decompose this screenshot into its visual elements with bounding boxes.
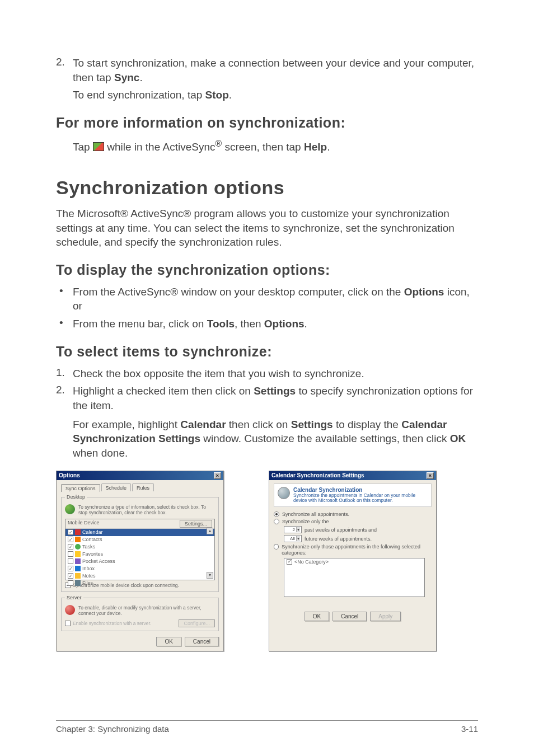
- item-checkbox[interactable]: [68, 551, 73, 557]
- list-item[interactable]: ✓Notes: [65, 572, 214, 580]
- tab-rules[interactable]: Rules: [132, 483, 154, 491]
- stop-bold: Stop: [205, 89, 229, 101]
- ico-files-icon: [75, 580, 81, 586]
- item-checkbox[interactable]: [68, 580, 73, 586]
- close-icon[interactable]: ×: [214, 472, 221, 479]
- categories-listbox[interactable]: ✓ <No Category>: [284, 558, 425, 597]
- step2b-body: Highlight a checked item then click on S…: [73, 384, 478, 412]
- b2c: , then: [235, 318, 264, 330]
- options-tabs: Sync Options Schedule Rules: [61, 483, 219, 491]
- ssb: Calendar: [180, 419, 226, 430]
- item-label: Contacts: [82, 537, 102, 542]
- step2b-num: 2.: [56, 384, 73, 412]
- ico-fav-icon: [75, 551, 81, 557]
- step2-sub-a: To end synchronization, tap: [73, 89, 205, 101]
- step2-subtext: For example, highlight Calendar then cli…: [73, 417, 478, 461]
- b2a: From the menu bar, click on: [73, 318, 207, 330]
- list-item[interactable]: ✓Tasks: [65, 543, 214, 551]
- configure-button[interactable]: Configure...: [179, 619, 215, 627]
- list-item[interactable]: ✓Calendar: [65, 529, 214, 536]
- server-frame: Server To enable, disable or modify sync…: [61, 598, 219, 631]
- radio-categories[interactable]: [274, 544, 279, 550]
- mi-a: Tap: [73, 141, 93, 153]
- cancel-button[interactable]: Cancel: [332, 612, 367, 621]
- ssh: OK: [450, 433, 466, 444]
- list-item[interactable]: ✓Contacts: [65, 536, 214, 543]
- list-item[interactable]: Files: [65, 580, 214, 587]
- item-label: Files: [82, 580, 93, 586]
- item-checkbox[interactable]: ✓: [68, 544, 73, 550]
- calendar-titlebar: Calendar Synchronization Settings ×: [269, 471, 436, 480]
- bullet: •: [56, 285, 73, 313]
- b2e: .: [305, 318, 307, 330]
- calendar-settings-dialog: Calendar Synchronization Settings × Cale…: [269, 471, 437, 652]
- b1b: Options: [404, 286, 444, 298]
- ico-notes-icon: [75, 573, 81, 579]
- banner-subtitle: Synchronize the appointments in Calendar…: [293, 493, 428, 504]
- dialogs-row: Options × Sync Options Schedule Rules De…: [56, 471, 478, 652]
- list-item[interactable]: Pocket Access: [65, 558, 214, 565]
- ico-acc-icon: [75, 558, 81, 564]
- item-checkbox[interactable]: [68, 558, 73, 564]
- future-weeks-select[interactable]: All: [284, 535, 302, 542]
- item-checkbox[interactable]: ✓: [68, 529, 73, 535]
- scroll-down-icon[interactable]: ▾: [207, 572, 213, 579]
- ssd: Settings: [291, 419, 333, 430]
- past-weeks-label: past weeks of appointments and: [305, 527, 377, 533]
- desktop-frame-title: Desktop: [65, 494, 87, 500]
- step1-body: Check the box opposite the item that you…: [73, 367, 364, 381]
- ok-button[interactable]: OK: [156, 637, 181, 646]
- apply-button[interactable]: Apply: [370, 612, 401, 621]
- heading-sync-options: Synchronization options: [56, 177, 478, 199]
- item-checkbox[interactable]: ✓: [68, 573, 73, 579]
- radio-all[interactable]: [274, 511, 279, 517]
- ssg: window. Customize the available settings…: [200, 433, 450, 444]
- banner-title: Calendar Synchronization: [293, 487, 428, 493]
- desktop-info-text: To synchronize a type of information, se…: [78, 504, 215, 515]
- server-frame-title: Server: [65, 595, 83, 600]
- bullet2-body: From the menu bar, click on Tools, then …: [73, 317, 307, 331]
- sse: to display the: [333, 419, 402, 430]
- item-checkbox[interactable]: ✓: [68, 537, 73, 542]
- list-item[interactable]: Favorites: [65, 551, 214, 558]
- item-label: Pocket Access: [82, 558, 115, 564]
- options-titlebar: Options ×: [57, 471, 223, 480]
- mi-b: while in the ActiveSync: [104, 141, 216, 153]
- scroll-up-icon[interactable]: ▴: [207, 528, 213, 534]
- start-icon: [93, 142, 104, 151]
- s2a: Highlight a checked item then click on: [73, 385, 254, 397]
- server-enable-checkbox[interactable]: [65, 621, 71, 626]
- intro-paragraph: The Microsoft® ActiveSync® program allow…: [56, 206, 478, 250]
- category-item-label: <No Category>: [294, 559, 329, 565]
- sync-items-listbox[interactable]: Mobile Device Settings... ✓Calendar✓Cont…: [65, 519, 215, 580]
- settings-button[interactable]: Settings...: [180, 520, 212, 528]
- server-info-text: To enable, disable or modify synchroniza…: [78, 605, 215, 616]
- calendar-banner: Calendar Synchronization Synchronize the…: [274, 483, 432, 508]
- calendar-title: Calendar Synchronization Settings: [271, 472, 364, 478]
- bullet1-body: From the ActiveSync® window on your desk…: [73, 285, 478, 313]
- b2b: Tools: [207, 318, 235, 330]
- item-label: Tasks: [82, 544, 95, 550]
- heading-display-options: To display the synchronization options:: [56, 262, 478, 278]
- tab-schedule[interactable]: Schedule: [101, 483, 132, 491]
- tab-sync-options[interactable]: Sync Options: [61, 484, 100, 492]
- radio-only[interactable]: [274, 519, 279, 524]
- reg-mark: ®: [215, 139, 222, 148]
- radio-all-label: Synchronize all appointments.: [282, 511, 349, 517]
- list-item[interactable]: ✓Inbox: [65, 565, 214, 572]
- future-weeks-label: future weeks of appointments.: [305, 536, 372, 542]
- category-checkbox[interactable]: ✓: [287, 559, 292, 565]
- close-icon[interactable]: ×: [427, 472, 434, 479]
- options-title: Options: [59, 472, 80, 478]
- item-label: Inbox: [82, 566, 95, 571]
- b1a: From the ActiveSync® window on your desk…: [73, 286, 404, 298]
- item-label: Calendar: [82, 529, 103, 535]
- step-text: To start synchronization, make a connect…: [73, 56, 478, 84]
- list-header-label: Mobile Device: [68, 520, 100, 528]
- help-bold: Help: [304, 141, 327, 153]
- past-weeks-select[interactable]: 2: [284, 526, 302, 533]
- item-checkbox[interactable]: ✓: [68, 566, 73, 571]
- ok-button[interactable]: OK: [305, 612, 329, 621]
- cancel-button[interactable]: Cancel: [185, 637, 219, 646]
- server-enable-label: Enable synchronization with a server.: [73, 621, 151, 626]
